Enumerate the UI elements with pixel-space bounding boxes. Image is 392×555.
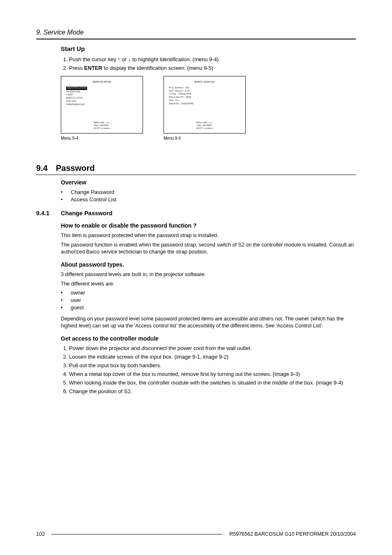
text: or — [106, 121, 109, 124]
paragraph: The different levels are: — [61, 281, 356, 288]
section-heading: 9.4 Password — [36, 164, 356, 173]
menu-caption: Menu 9-4 — [61, 136, 143, 140]
list-item: owner — [61, 290, 356, 296]
access-step: Loosen the indicate screws of the input … — [69, 354, 356, 360]
header-rule — [36, 39, 356, 39]
text: <EXIT> to return. — [93, 127, 111, 129]
types-heading: About password types. — [61, 261, 356, 268]
text: then <ENTER> — [94, 124, 109, 127]
paragraph: The password function is enabled when th… — [61, 242, 356, 256]
text: to display the Identification screen. (m… — [102, 65, 213, 71]
access-step: Power down the projector and disconnect … — [69, 345, 356, 351]
menu-line: Proj. address : 001 — [169, 86, 240, 90]
list-item: user — [61, 297, 356, 303]
menu-9-5: BARCO SLM G10 Proj. address : 001 Soft. … — [164, 76, 246, 134]
access-heading: Get access to the controller module — [61, 335, 356, 342]
section-number: 9.4 — [36, 164, 56, 173]
list-item: guest — [61, 304, 356, 311]
text: Push the cursor key ↑ or ↓ to highlight — [69, 56, 159, 62]
body: Start Up Push the cursor key ↑ or ↓ to h… — [61, 45, 356, 140]
text: . (menu 9-4) — [189, 56, 219, 62]
menu-line: Text : On — [169, 99, 240, 102]
footer-rule — [51, 534, 223, 534]
page-footer: 102 R5976562 BARCOSLM G10 PERFORMER 20/1… — [36, 531, 356, 537]
menu-caption: Menu 9-5 — [164, 136, 246, 140]
text: Select with — [93, 121, 105, 124]
menu-9-4-wrap: SERVICE MODE IDENTIFICATION PASSWORD LAM… — [61, 76, 143, 140]
menu-9-4: SERVICE MODE IDENTIFICATION PASSWORD LAM… — [61, 76, 143, 134]
access-step: Pull out the input box by both handlers. — [69, 362, 356, 368]
row: IDENTIFICATION — [66, 86, 138, 90]
strong: ENTER — [84, 65, 102, 71]
menu-item: PREFERENCES — [66, 103, 138, 106]
menu-title: SERVICE MODE — [66, 81, 138, 84]
menu-9-5-wrap: BARCO SLM G10 Proj. address : 001 Soft. … — [164, 76, 246, 140]
menu-item: ADD-INS — [66, 100, 138, 103]
list-item: Access Control List — [61, 196, 356, 203]
menu-item: LAMP — [66, 93, 138, 97]
subsection-title: Change Password — [61, 210, 113, 216]
menu-title: BARCO SLM G10 — [169, 81, 240, 84]
menu-item: PASSWORD — [66, 90, 138, 94]
startup-step-1: Push the cursor key ↑ or ↓ to highlight … — [69, 56, 356, 62]
access-step: When a metal top cover of the box is mou… — [69, 371, 356, 377]
overview-heading: Overview — [61, 179, 356, 186]
access-step: Change the position of S2. — [69, 388, 356, 394]
menu-line: Serial No : 103524343 — [169, 102, 240, 106]
section-title: Password — [56, 164, 95, 173]
text: Press — [69, 65, 84, 71]
text: then <ENTER> — [197, 124, 212, 127]
startup-heading: Start Up — [61, 45, 356, 52]
subsection-number: 9.4.1 — [36, 210, 61, 216]
text: or — [209, 121, 212, 124]
emphasis: Identification — [159, 56, 189, 62]
menu-line: Soft. Version : 1.01 — [169, 90, 240, 93]
text: <EXIT> to return. — [196, 127, 213, 129]
access-steps: Power down the projector and disconnect … — [61, 345, 356, 394]
list-item: Change Password — [61, 189, 356, 195]
paragraph: Depending on your password level some pa… — [61, 315, 356, 329]
menu-footer: Select with ↑ or ↓ then <ENTER> <EXIT> t… — [66, 121, 138, 130]
section-rule — [36, 175, 356, 175]
page-number: 102 — [36, 531, 45, 537]
doc-id: R5976562 BARCOSLM G10 PERFORMER 20/10/20… — [229, 531, 356, 537]
page: 9. Service Mode Start Up Push the cursor… — [0, 0, 392, 555]
menu-line: Config : Ceiling Rear — [169, 92, 240, 96]
access-step: When looking inside the box, the control… — [69, 380, 356, 386]
startup-step-2: Press ENTER to display the Identificatio… — [69, 65, 356, 71]
menu-line: Baud rate PC : 9600 — [169, 96, 240, 99]
menu-footer: Select with ↑ or ↓ then <ENTER> <EXIT> t… — [169, 121, 240, 130]
text: Select with — [196, 121, 208, 124]
levels-list: owner user guest — [61, 290, 356, 311]
howto-heading: How to enable or disable the password fu… — [61, 222, 356, 229]
paragraph: This item is password protected when the… — [61, 232, 356, 239]
overview-list: Change Password Access Control List — [61, 189, 356, 203]
menu-illustrations: SERVICE MODE IDENTIFICATION PASSWORD LAM… — [61, 76, 356, 140]
highlighted-item: IDENTIFICATION — [66, 87, 87, 90]
startup-steps: Push the cursor key ↑ or ↓ to highlight … — [61, 56, 356, 71]
menu-item: BARCO LOGO — [66, 97, 138, 100]
subsection-heading: 9.4.1 Change Password — [36, 210, 356, 216]
section-body: Overview Change Password Access Control … — [61, 179, 356, 394]
paragraph: 3 different password levels are built in… — [61, 271, 356, 278]
running-header: 9. Service Mode — [36, 29, 356, 39]
